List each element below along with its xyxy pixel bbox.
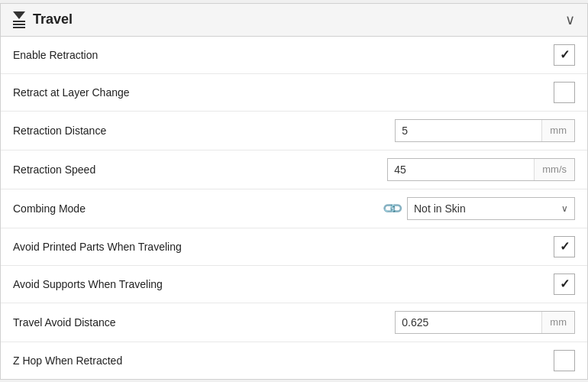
retraction-speed-row: Retraction Speed mm/s — [1, 151, 587, 189]
travel-avoid-distance-control: mm — [395, 311, 575, 334]
z-hop-retracted-label: Z Hop When Retracted — [13, 354, 554, 367]
panel-header: Travel ∨ — [1, 4, 587, 37]
collapse-button[interactable]: ∨ — [565, 11, 575, 28]
travel-avoid-distance-label: Travel Avoid Distance — [13, 316, 395, 329]
enable-retraction-control — [554, 44, 575, 66]
avoid-printed-parts-row: Avoid Printed Parts When Traveling — [1, 228, 587, 266]
travel-icon-triangle — [13, 11, 25, 19]
retraction-distance-control: mm — [395, 119, 575, 142]
travel-icon-line — [13, 21, 25, 22]
retraction-speed-unit: mm/s — [534, 159, 574, 180]
travel-avoid-distance-unit: mm — [541, 312, 574, 333]
retraction-speed-input-wrapper: mm/s — [387, 158, 575, 181]
retract-layer-change-control — [554, 82, 575, 103]
travel-icon — [13, 11, 25, 28]
retraction-speed-label: Retraction Speed — [13, 163, 387, 176]
travel-settings-panel: Travel ∨ Enable Retraction Retract at La… — [0, 3, 588, 380]
retraction-distance-input[interactable] — [396, 120, 541, 141]
z-hop-retracted-checkbox[interactable] — [554, 350, 575, 371]
retract-layer-change-row: Retract at Layer Change — [1, 74, 587, 112]
retract-layer-change-label: Retract at Layer Change — [13, 86, 554, 99]
travel-avoid-distance-input[interactable] — [396, 312, 541, 333]
z-hop-retracted-control — [554, 350, 575, 371]
combing-mode-select-wrapper[interactable]: Not in Skin All No Skin None ∨ — [407, 197, 575, 220]
combing-mode-control: 🔗 Not in Skin All No Skin None ∨ — [384, 197, 575, 220]
travel-avoid-distance-row: Travel Avoid Distance mm — [1, 303, 587, 342]
panel-header-left: Travel — [13, 11, 73, 28]
avoid-supports-control — [554, 274, 575, 295]
retract-layer-change-checkbox[interactable] — [554, 82, 575, 103]
retraction-distance-label: Retraction Distance — [13, 125, 395, 137]
travel-icon-line — [13, 27, 25, 28]
enable-retraction-label: Enable Retraction — [13, 49, 554, 61]
travel-icon-lines — [13, 21, 25, 28]
avoid-supports-row: Avoid Supports When Traveling — [1, 266, 587, 303]
avoid-printed-parts-control — [554, 236, 575, 257]
panel-title: Travel — [33, 11, 73, 28]
link-icon: 🔗 — [380, 196, 404, 220]
avoid-printed-parts-checkbox[interactable] — [554, 236, 575, 257]
avoid-supports-checkbox[interactable] — [554, 274, 575, 295]
avoid-supports-label: Avoid Supports When Traveling — [13, 278, 554, 290]
retraction-distance-input-wrapper: mm — [395, 119, 575, 142]
travel-icon-line — [13, 24, 25, 25]
enable-retraction-checkbox[interactable] — [554, 44, 575, 66]
combing-mode-select[interactable]: Not in Skin All No Skin None — [408, 198, 574, 219]
combing-mode-label: Combing Mode — [13, 202, 384, 215]
avoid-printed-parts-label: Avoid Printed Parts When Traveling — [13, 241, 554, 253]
travel-avoid-distance-input-wrapper: mm — [395, 311, 575, 334]
retraction-distance-unit: mm — [541, 120, 574, 141]
retraction-speed-control: mm/s — [387, 158, 575, 181]
enable-retraction-row: Enable Retraction — [1, 37, 587, 74]
combing-mode-row: Combing Mode 🔗 Not in Skin All No Skin N… — [1, 189, 587, 228]
retraction-distance-row: Retraction Distance mm — [1, 112, 587, 151]
z-hop-retracted-row: Z Hop When Retracted — [1, 342, 587, 379]
retraction-speed-input[interactable] — [388, 159, 534, 180]
